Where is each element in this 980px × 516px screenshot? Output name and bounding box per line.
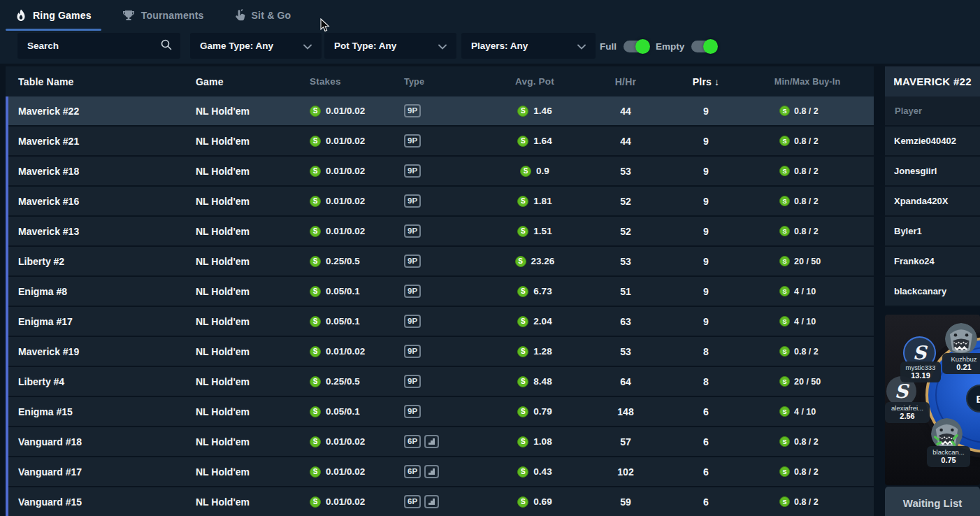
avg-pot-cell: S8.48 <box>517 376 552 387</box>
currency-coin-icon: S <box>517 406 528 417</box>
currency-coin-icon: S <box>779 226 790 236</box>
players-count: 9 <box>703 106 709 117</box>
chevron-down-icon <box>438 40 447 52</box>
avg-pot-cell: S0.9 <box>520 166 549 177</box>
table-name: Liberty #4 <box>6 376 190 387</box>
table-row[interactable]: Maverick #22NL Hold'emS0.01/0.029PS1.464… <box>6 96 874 127</box>
stakes-value: 0.01/0.02 <box>326 166 365 176</box>
table-row[interactable]: Maverick #16NL Hold'emS0.01/0.029PS1.815… <box>6 187 874 217</box>
stakes-cell: S0.25/0.5 <box>301 256 398 267</box>
column-header-type[interactable]: Type <box>398 77 489 87</box>
full-toggle[interactable] <box>624 41 649 52</box>
table-row[interactable]: Enigma #15NL Hold'emS0.05/0.19PS0.791486… <box>6 397 874 427</box>
buyin-cell: S0.8 / 2 <box>741 136 874 146</box>
avg-pot-cell: S0.43 <box>517 466 552 478</box>
player-list-item[interactable]: blackcanary <box>885 277 980 307</box>
seat-count-badge: 9P <box>404 104 421 117</box>
table-row[interactable]: Maverick #18NL Hold'emS0.01/0.029PS0.953… <box>6 157 874 187</box>
game-type: NL Hold'em <box>190 466 301 478</box>
hands-per-hour: 44 <box>620 106 631 117</box>
table-row[interactable]: Enigma #8NL Hold'emS0.05/0.19PS6.73519S4… <box>6 277 874 307</box>
column-header-game[interactable]: Game <box>190 76 301 87</box>
seat-count-badge: 6P <box>404 495 421 508</box>
buyin-cell: S0.8 / 2 <box>741 346 874 357</box>
game-type: NL Hold'em <box>190 346 301 357</box>
players-count: 9 <box>703 196 709 207</box>
column-header-table-name[interactable]: Table Name <box>6 76 190 87</box>
toggle-knob <box>635 39 650 54</box>
type-cell: 9P <box>398 345 489 358</box>
stakes-value: 0.25/0.5 <box>326 256 360 266</box>
plate-player-name: blackcan... <box>930 448 967 456</box>
empty-toggle[interactable] <box>691 41 716 52</box>
avg-pot-value: 0.79 <box>533 406 552 417</box>
dropdown-label: Game Type: Any <box>200 41 273 51</box>
buyin-value: 0.8 / 2 <box>794 106 819 116</box>
pot-type-dropdown[interactable]: Pot Type: Any <box>324 33 456 59</box>
currency-coin-icon: S <box>779 286 790 296</box>
waiting-list-button[interactable]: Waiting List <box>885 487 980 516</box>
dropdown-label: Players: Any <box>471 41 528 51</box>
table-row[interactable]: Vanguard #15NL Hold'emS0.01/0.026PS0.695… <box>6 487 874 516</box>
column-header-stakes[interactable]: Stakes <box>301 76 398 87</box>
plate-player-name: Kuzhbuz <box>945 355 980 363</box>
column-header-avg-pot[interactable]: Avg. Pot <box>515 76 554 87</box>
hands-per-hour: 53 <box>620 346 631 357</box>
currency-coin-icon: S <box>779 346 790 357</box>
avg-pot-cell: S2.04 <box>517 316 552 327</box>
tab-ring-games[interactable]: Ring Games <box>0 0 107 31</box>
player-list-item[interactable]: Jonesgiirl <box>885 157 980 187</box>
column-header-buyin[interactable]: Min/Max Buy-In <box>774 77 840 87</box>
stakes-cell: S0.01/0.02 <box>301 106 398 117</box>
currency-coin-icon: S <box>779 136 790 146</box>
player-list-item[interactable]: Byler1 <box>885 217 980 247</box>
table-row[interactable]: Liberty #2NL Hold'emS0.25/0.59PS23.26539… <box>6 247 874 277</box>
players-dropdown[interactable]: Players: Any <box>461 33 596 59</box>
currency-coin-icon: S <box>310 316 321 327</box>
currency-coin-icon: S <box>779 406 790 417</box>
column-header-plrs[interactable]: Plrs ↓ <box>693 76 719 87</box>
buyin-cell: S0.8 / 2 <box>741 226 874 236</box>
avg-pot-cell: S1.51 <box>517 226 552 237</box>
avg-pot-value: 1.08 <box>533 436 552 447</box>
table-row[interactable]: Liberty #4NL Hold'emS0.25/0.59PS8.48648S… <box>6 367 874 397</box>
currency-coin-icon: S <box>779 436 790 447</box>
player-plate: blackcan...0.75 <box>927 446 970 467</box>
tap-hand-icon <box>235 9 245 22</box>
hands-per-hour: 64 <box>620 376 631 387</box>
currency-coin-icon: S <box>517 286 528 297</box>
stakes-cell: S0.01/0.02 <box>301 346 398 357</box>
buyin-value: 0.8 / 2 <box>794 437 819 447</box>
game-type: NL Hold'em <box>190 166 301 177</box>
player-list-item[interactable]: Kemzie040402 <box>885 127 980 157</box>
table-row[interactable]: Maverick #19NL Hold'emS0.01/0.029PS1.285… <box>6 337 874 367</box>
avg-pot-value: 1.28 <box>533 346 552 357</box>
avg-pot-value: 1.46 <box>533 106 552 116</box>
chevron-down-icon <box>303 40 312 52</box>
table-row[interactable]: Maverick #21NL Hold'emS0.01/0.029PS1.644… <box>6 127 874 157</box>
buyin-cell: S20 / 50 <box>741 256 874 266</box>
shark-avatar <box>931 418 963 450</box>
type-cell: 9P <box>398 194 489 208</box>
table-row[interactable]: Enigma #17NL Hold'emS0.05/0.19PS2.04639S… <box>6 307 874 337</box>
stakes-cell: S0.01/0.02 <box>301 226 398 237</box>
currency-coin-icon: S <box>310 196 321 207</box>
table-name: Vanguard #18 <box>6 436 190 447</box>
empty-toggle-group: Empty <box>656 31 716 62</box>
search-input[interactable] <box>17 41 161 51</box>
buyin-cell: S0.8 / 2 <box>741 166 874 176</box>
buyin-cell: S0.8 / 2 <box>741 196 874 206</box>
game-type-dropdown[interactable]: Game Type: Any <box>190 33 322 59</box>
currency-coin-icon: S <box>515 256 526 267</box>
column-header-hhr[interactable]: H/Hr <box>615 76 636 87</box>
table-row[interactable]: Maverick #13NL Hold'emS0.01/0.029PS1.515… <box>6 217 874 247</box>
tab-tournaments[interactable]: Tournaments <box>107 0 219 31</box>
table-preview[interactable]: B Smystic33313.19Kuzhbuz0.21Salexiafrei.… <box>885 315 980 485</box>
table-row[interactable]: Vanguard #18NL Hold'emS0.01/0.026PS1.085… <box>6 427 874 457</box>
player-list-item[interactable]: Xpanda420X <box>885 187 980 217</box>
currency-coin-icon: S <box>779 376 790 387</box>
table-row[interactable]: Vanguard #17NL Hold'emS0.01/0.026PS0.431… <box>6 457 874 487</box>
tab-sit-and-go[interactable]: Sit & Go <box>219 0 307 31</box>
plate-player-name: mystic333 <box>903 364 938 371</box>
player-list-item[interactable]: Franko24 <box>885 247 980 277</box>
